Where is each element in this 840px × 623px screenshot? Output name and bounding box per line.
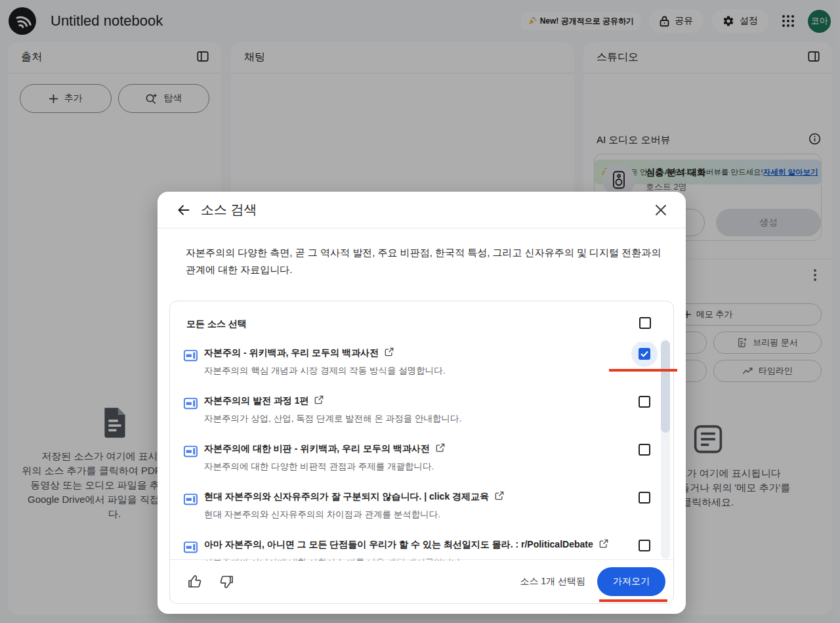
source-row[interactable]: 자본주의 - 위키백과, 우리 모두의 백과사전 자본주의의 핵심 개념과 시장… [170,342,673,390]
dialog-description: 자본주의의 다양한 측면, 곧 그 역사적 발전, 주요 비판점, 한국적 특성… [186,244,665,278]
source-title: 자본주의의 발전 과정 1편 [204,395,308,406]
external-link-icon[interactable] [385,347,394,358]
source-title: 자본주의에 대한 비판 - 위키백과, 우리 모두의 백과사전 [204,443,430,454]
web-source-icon [183,540,198,555]
source-checkbox[interactable] [639,348,650,360]
annotation-underline-checkbox [609,369,677,372]
source-subtitle: 현대 자본주의와 신자유주의의 차이점과 관계를 분석합니다. [204,509,601,521]
source-checkbox[interactable] [639,444,650,456]
source-checkbox[interactable] [639,396,650,408]
thumbs-up-icon[interactable] [186,573,203,590]
source-row[interactable]: 자본주의의 발전 과정 1편 자본주의가 상업, 산업, 독점 단계로 발전해 … [170,390,673,438]
source-title: 현대 자본주의와 신자유주의가 잘 구분되지 않습니다. | click 경제교… [204,491,489,502]
source-row[interactable]: 현대 자본주의와 신자유주의가 잘 구분되지 않습니다. | click 경제교… [170,486,673,534]
external-link-icon[interactable] [599,539,608,550]
source-search-dialog: 소스 검색 자본주의의 다양한 측면, 곧 그 역사적 발전, 주요 비판점, … [158,192,686,614]
scrollbar-thumb[interactable] [661,341,670,433]
back-icon[interactable] [175,201,193,219]
source-list-card: 모든 소스 선택 자본주의 - 위키백과, 우리 모두의 백과사전 자본주의의 … [169,301,674,604]
external-link-icon[interactable] [314,395,324,406]
notebooklm-app: Untitled notebook New! 공개적으로 공유하기 공유 [0,0,840,623]
web-source-icon [183,444,198,459]
external-link-icon[interactable] [436,443,445,454]
external-link-icon[interactable] [495,491,504,502]
import-button[interactable]: 가져오기 [597,567,665,596]
web-source-icon [183,348,198,363]
select-all-row: 모든 소스 선택 [170,301,673,342]
annotation-underline-import [599,599,667,602]
close-icon[interactable] [652,201,670,219]
selected-count: 소스 1개 선택됨 [520,576,585,588]
dialog-title: 소스 검색 [201,201,257,219]
source-title: 자본주의 - 위키백과, 우리 모두의 백과사전 [204,347,379,358]
thumbs-down-icon[interactable] [218,573,235,590]
source-subtitle: 자본주의에 대한 다양한 비판적 관점과 주제를 개괄합니다. [204,461,601,473]
select-all-label: 모든 소스 선택 [186,318,247,330]
web-source-icon [183,396,198,411]
source-subtitle: 자본주의가 상업, 산업, 독점 단계로 발전해 온 과정을 안내합니다. [204,413,601,425]
web-source-icon [183,492,198,507]
select-all-checkbox[interactable] [639,317,651,329]
source-row[interactable]: 자본주의에 대한 비판 - 위키백과, 우리 모두의 백과사전 자본주의에 대한… [170,438,673,486]
source-title: 아마 자본주의, 아니면 그 모든 단점들이 우리가 할 수 있는 최선일지도 … [204,539,593,549]
source-checkbox[interactable] [639,540,650,551]
source-row[interactable]: 아마 자본주의, 아니면 그 모든 단점들이 우리가 할 수 있는 최선일지도 … [170,534,673,561]
dialog-header: 소스 검색 [158,192,686,228]
source-checkbox[interactable] [639,492,650,504]
dialog-footer: 소스 1개 선택됨 가져오기 [170,559,673,603]
scrollbar-track[interactable] [661,339,670,559]
source-subtitle: 자본주의의 핵심 개념과 시장 경제의 작동 방식을 설명합니다. [204,365,601,377]
source-list: 자본주의 - 위키백과, 우리 모두의 백과사전 자본주의의 핵심 개념과 시장… [170,342,673,561]
